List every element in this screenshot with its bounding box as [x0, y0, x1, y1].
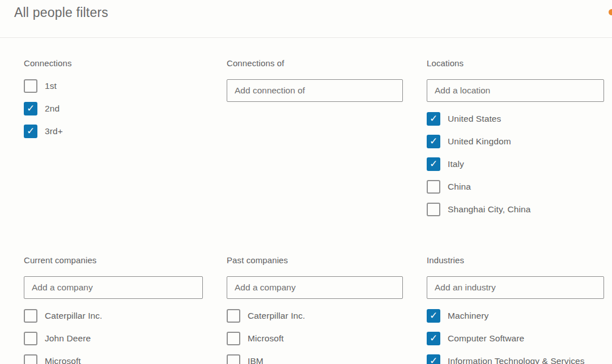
- checkbox-icon[interactable]: [427, 157, 440, 171]
- checkbox-row-united-states[interactable]: United States: [427, 112, 604, 126]
- connections-options: 1st 2nd 3rd+: [24, 79, 203, 138]
- checkbox-label: China: [448, 182, 471, 192]
- current-company-input[interactable]: [24, 276, 203, 299]
- checkbox-row-microsoft[interactable]: Microsoft: [24, 354, 203, 364]
- checkbox-row-caterpillar[interactable]: Caterpillar Inc.: [24, 309, 203, 323]
- section-label: Connections of: [227, 58, 403, 68]
- checkbox-icon[interactable]: [227, 332, 240, 345]
- checkbox-label: Caterpillar Inc.: [45, 311, 103, 321]
- checkbox-row-john-deere[interactable]: John Deere: [24, 332, 203, 345]
- checkbox-icon[interactable]: [427, 332, 440, 345]
- checkbox-icon[interactable]: [427, 112, 440, 126]
- checkbox-label: Information Technology & Services: [448, 356, 585, 364]
- checkbox-label: 1st: [45, 81, 57, 91]
- section-connections-of: Connections of: [227, 58, 403, 225]
- checkbox-label: Shanghai City, China: [448, 204, 530, 215]
- filters-grid: Connections 1st 2nd 3rd+ Connections of …: [0, 38, 612, 364]
- checkbox-icon[interactable]: [427, 180, 440, 194]
- checkbox-label: IBM: [248, 356, 264, 364]
- locations-options: United States United Kingdom Italy China…: [427, 112, 604, 216]
- past-companies-options: Caterpillar Inc. Microsoft IBM: [227, 309, 403, 364]
- checkbox-icon[interactable]: [24, 309, 37, 323]
- filters-header: All people filters: [0, 0, 612, 38]
- checkbox-icon[interactable]: [24, 354, 37, 364]
- current-companies-options: Caterpillar Inc. John Deere Microsoft: [24, 309, 203, 364]
- checkbox-label: Microsoft: [248, 333, 284, 344]
- checkbox-label: Microsoft: [45, 356, 81, 364]
- section-label: Past companies: [227, 255, 403, 265]
- checkbox-icon[interactable]: [24, 125, 37, 138]
- checkbox-row-italy[interactable]: Italy: [427, 157, 604, 171]
- location-input[interactable]: [427, 79, 604, 102]
- checkbox-label: United States: [448, 114, 501, 124]
- checkbox-row-united-kingdom[interactable]: United Kingdom: [427, 135, 604, 148]
- checkbox-row-1st[interactable]: 1st: [24, 79, 203, 93]
- checkbox-label: John Deere: [45, 333, 91, 344]
- checkbox-label: 2nd: [45, 104, 60, 114]
- section-label: Locations: [427, 58, 604, 68]
- checkbox-icon[interactable]: [227, 354, 240, 364]
- section-connections: Connections 1st 2nd 3rd+: [24, 58, 203, 225]
- page-title: All people filters: [14, 5, 108, 20]
- section-locations: Locations United States United Kingdom I…: [427, 58, 604, 225]
- checkbox-icon[interactable]: [427, 354, 440, 364]
- section-label: Industries: [427, 255, 604, 265]
- checkbox-row-ibm[interactable]: IBM: [227, 354, 403, 364]
- checkbox-row-2nd[interactable]: 2nd: [24, 102, 203, 115]
- checkbox-icon[interactable]: [427, 309, 440, 323]
- section-past-companies: Past companies Caterpillar Inc. Microsof…: [227, 255, 403, 364]
- checkbox-row-information-technology-services[interactable]: Information Technology & Services: [427, 354, 604, 364]
- checkbox-label: Caterpillar Inc.: [248, 311, 305, 321]
- section-label: Connections: [24, 58, 203, 68]
- past-company-input[interactable]: [227, 276, 403, 299]
- section-current-companies: Current companies Caterpillar Inc. John …: [24, 255, 203, 364]
- checkbox-row-china[interactable]: China: [427, 180, 604, 194]
- section-label: Current companies: [24, 255, 203, 265]
- checkbox-row-machinery[interactable]: Machinery: [427, 309, 604, 323]
- checkbox-label: Computer Software: [448, 333, 524, 344]
- checkbox-label: United Kingdom: [448, 136, 511, 147]
- checkbox-icon[interactable]: [24, 332, 37, 345]
- section-industries: Industries Machinery Computer Software I…: [427, 255, 604, 364]
- checkbox-row-3rd-plus[interactable]: 3rd+: [24, 125, 203, 138]
- checkbox-label: 3rd+: [45, 126, 63, 136]
- industries-options: Machinery Computer Software Information …: [427, 309, 604, 364]
- checkbox-label: Italy: [448, 159, 464, 169]
- industry-input[interactable]: [427, 276, 604, 299]
- checkbox-label: Machinery: [448, 311, 488, 321]
- checkbox-row-caterpillar[interactable]: Caterpillar Inc.: [227, 309, 403, 323]
- checkbox-row-shanghai-city-china[interactable]: Shanghai City, China: [427, 203, 604, 216]
- checkbox-row-computer-software[interactable]: Computer Software: [427, 332, 604, 345]
- connections-of-input[interactable]: [227, 79, 403, 102]
- checkbox-icon[interactable]: [24, 79, 37, 93]
- checkbox-icon[interactable]: [427, 203, 440, 216]
- checkbox-row-microsoft[interactable]: Microsoft: [227, 332, 403, 345]
- checkbox-icon[interactable]: [24, 102, 37, 115]
- checkbox-icon[interactable]: [427, 135, 440, 148]
- notification-dot-icon: [609, 9, 612, 15]
- checkbox-icon[interactable]: [227, 309, 240, 323]
